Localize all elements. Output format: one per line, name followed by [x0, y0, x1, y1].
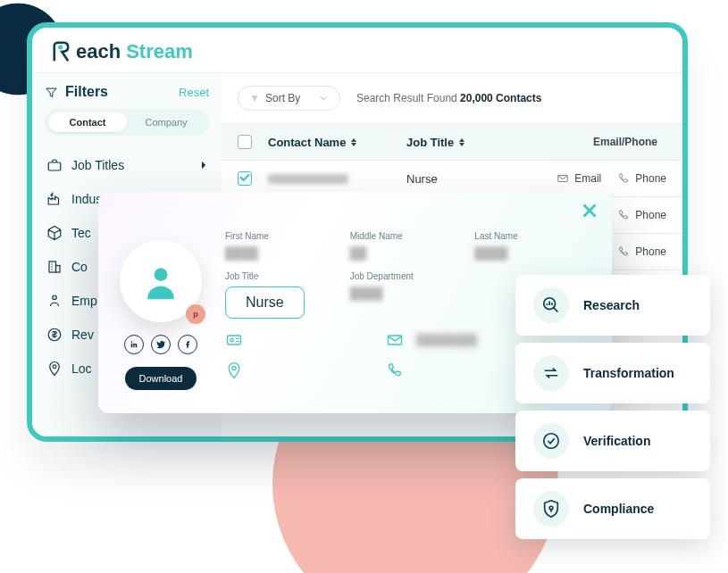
sort-label: Sort By	[265, 92, 300, 104]
svg-point-15	[544, 434, 559, 449]
found-count: 20,000 Contacts	[460, 92, 541, 104]
svg-rect-10	[228, 336, 241, 345]
ep-label: Email	[574, 172, 601, 185]
header-label: Contact Name	[268, 136, 346, 149]
header-label: Job Title	[406, 136, 454, 149]
linkedin-icon	[130, 340, 138, 349]
person-icon	[46, 293, 63, 309]
twitter-icon	[156, 340, 165, 349]
magnify-chart-icon	[541, 295, 561, 315]
table-header: Contact Name Job Title Email/Phone	[222, 123, 682, 161]
row-checkbox[interactable]	[238, 171, 252, 186]
shield-lock-icon	[541, 499, 561, 519]
brand-mark-icon	[52, 41, 71, 62]
sidebar-item-job-titles[interactable]: Job Titles	[45, 148, 209, 182]
chevron-right-icon	[201, 161, 207, 170]
envelope-icon	[386, 331, 404, 349]
brand-text: Stream	[126, 40, 193, 63]
svg-point-9	[155, 268, 168, 281]
cube-icon	[46, 225, 63, 241]
sidebar-item-label: Emp	[71, 294, 97, 308]
location-icon	[46, 361, 63, 377]
phone-button[interactable]: Phone	[617, 209, 666, 221]
linkedin-button[interactable]	[124, 335, 144, 354]
sidebar-item-label: Loc	[71, 361, 92, 376]
svg-rect-13	[389, 336, 402, 345]
field-label: Job Title	[225, 271, 341, 281]
download-button[interactable]: Download	[125, 367, 197, 390]
filters-label: Filters	[65, 84, 108, 100]
ep-label: Phone	[635, 209, 666, 221]
card-label: Transformation	[583, 366, 674, 380]
phone-icon	[617, 245, 630, 258]
facebook-button[interactable]	[178, 335, 197, 354]
email-button[interactable]: Email	[556, 172, 601, 185]
sidebar-item-label: Job Titles	[71, 158, 124, 172]
filters-title: Filters	[45, 84, 108, 100]
reset-button[interactable]: Reset	[179, 86, 209, 99]
check-circle-icon	[541, 431, 561, 451]
tab-company[interactable]: Company	[127, 112, 205, 132]
sidebar-item-label: Co	[71, 260, 88, 274]
field-label: Job Department	[350, 271, 466, 281]
svg-rect-7	[558, 176, 568, 182]
tab-contact[interactable]: Contact	[48, 112, 127, 132]
contact-name-redacted	[268, 174, 348, 184]
chevron-down-icon	[318, 93, 329, 104]
avatar: p	[120, 240, 202, 322]
redacted-value: ████████	[416, 334, 477, 346]
briefcase-icon	[46, 157, 63, 173]
redacted-value: ████	[474, 246, 590, 259]
close-icon	[580, 201, 599, 220]
field-label: First Name	[225, 231, 341, 241]
sidebar-item-label: Rev	[71, 328, 94, 342]
sort-arrows-icon	[351, 138, 356, 146]
brand-text: each	[76, 40, 121, 63]
svg-rect-1	[48, 162, 61, 170]
redacted-value: ██	[350, 246, 466, 259]
ep-label: Phone	[635, 245, 666, 258]
user-icon	[141, 262, 180, 301]
card-label: Verification	[583, 434, 650, 448]
location-icon	[225, 361, 243, 379]
svg-point-12	[232, 366, 236, 370]
filter-tabs: Contact Company	[45, 109, 209, 136]
filter-icon	[45, 86, 58, 99]
brand-logo: eachStream	[32, 28, 682, 72]
header-email-phone: Email/Phone	[540, 136, 666, 148]
phone-button[interactable]: Phone	[617, 172, 666, 185]
sort-arrows-icon	[459, 138, 464, 146]
svg-rect-3	[56, 266, 61, 273]
svg-point-0	[58, 45, 63, 49]
close-button[interactable]	[580, 201, 599, 220]
field-label: Last Name	[474, 231, 590, 241]
card-research[interactable]: Research	[515, 275, 710, 336]
header-label: Email/Phone	[593, 136, 657, 148]
id-card-icon	[225, 331, 243, 349]
card-verification[interactable]: Verification	[515, 411, 710, 471]
select-all-checkbox[interactable]	[238, 135, 252, 149]
sidebar-item-label: Tec	[71, 226, 91, 240]
phone-button[interactable]: Phone	[617, 245, 666, 258]
envelope-icon	[556, 172, 569, 185]
svg-point-11	[230, 338, 233, 341]
phone-icon	[617, 209, 630, 221]
phone-icon	[386, 361, 404, 379]
found-prefix: Search Result Found	[356, 92, 460, 104]
job-title-pill: Nurse	[225, 286, 305, 319]
card-label: Compliance	[583, 502, 654, 516]
sort-icon	[249, 93, 260, 104]
phone-icon	[617, 172, 630, 185]
redacted-value: ████	[350, 286, 466, 299]
header-job-title[interactable]: Job Title	[406, 136, 540, 149]
arrows-exchange-icon	[541, 363, 561, 383]
card-transformation[interactable]: Transformation	[515, 343, 710, 403]
svg-point-16	[549, 506, 553, 510]
feature-cards: Research Transformation Verification Com…	[515, 275, 710, 539]
header-contact-name[interactable]: Contact Name	[268, 136, 406, 149]
card-compliance[interactable]: Compliance	[515, 478, 710, 539]
building-icon	[46, 259, 63, 275]
twitter-button[interactable]	[151, 335, 171, 354]
sort-dropdown[interactable]: Sort By	[238, 86, 340, 111]
dollar-icon	[46, 327, 63, 343]
